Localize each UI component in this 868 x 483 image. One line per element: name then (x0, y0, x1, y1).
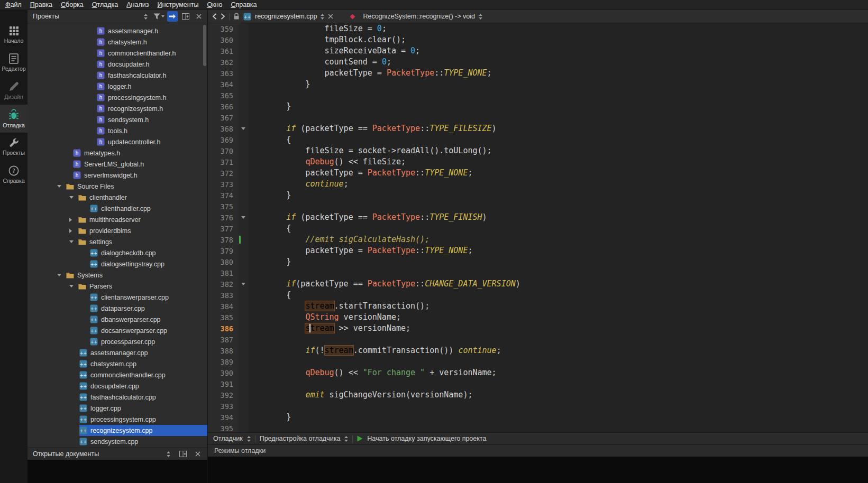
tree-item-ServerLMS_global.h[interactable]: hServerLMS_global.h (28, 159, 207, 170)
tree-item-Parsers[interactable]: Parsers (28, 281, 207, 292)
current-symbol[interactable]: RecognizeSystem::recognize() -> void (363, 13, 475, 20)
code-line-376[interactable]: 376 if (packetType == PacketType::TYPE_F… (208, 212, 868, 223)
tree-item-processingsystem.cpp[interactable]: ++processingsystem.cpp (28, 414, 207, 425)
code-line-364[interactable]: 364 } (208, 79, 868, 90)
line-number[interactable]: 382 (208, 280, 239, 289)
menu-item-Справка[interactable]: Справка (226, 0, 261, 10)
menu-item-Окно[interactable]: Окно (203, 0, 226, 10)
code-line-395[interactable]: 395 (208, 423, 868, 432)
line-number[interactable]: 361 (208, 47, 239, 55)
tree-item-dialogsettingstray.cpp[interactable]: ++dialogsettingstray.cpp (28, 258, 207, 270)
code-line-386[interactable]: 386 stream >> versionName; (208, 323, 868, 334)
code-line-377[interactable]: 377 { (208, 223, 868, 234)
code-line-384[interactable]: 384 stream.startTransaction(); (208, 301, 868, 312)
expand-arrow-icon[interactable] (69, 240, 75, 243)
tree-item-serverlmswidget.h[interactable]: hserverlmswidget.h (28, 170, 207, 181)
line-number[interactable]: 386 (208, 324, 239, 333)
code-line-375[interactable]: 375 (208, 201, 868, 212)
line-number[interactable]: 383 (208, 291, 239, 300)
panel-selector-updown-icon[interactable] (140, 11, 151, 22)
tree-item-clienthandler[interactable]: clienthandler (28, 192, 207, 203)
line-number[interactable]: 370 (208, 147, 239, 155)
tree-scrollbar-thumb[interactable] (203, 25, 206, 66)
code-line-369[interactable]: 369 { (208, 134, 868, 145)
line-number[interactable]: 392 (208, 391, 239, 400)
code-line-372[interactable]: 372 packetType = PacketType::TYPE_NONE; (208, 168, 868, 179)
code-line-373[interactable]: 373 continue; (208, 179, 868, 190)
fold-margin[interactable] (239, 278, 248, 290)
tree-item-clienthandler.cpp[interactable]: ++clienthandler.cpp (28, 203, 207, 214)
tree-item-fasthashcalculator.h[interactable]: hfasthashcalculator.h (28, 70, 207, 81)
line-number[interactable]: 366 (208, 103, 239, 111)
tree-item-commonclienthandler.cpp[interactable]: ++commonclienthandler.cpp (28, 369, 207, 380)
line-number[interactable]: 393 (208, 402, 239, 411)
tree-item-settings[interactable]: settings (28, 236, 207, 247)
expand-arrow-icon[interactable] (69, 229, 75, 233)
menu-item-Анализ[interactable]: Анализ (122, 0, 153, 10)
fold-arrow-icon[interactable] (241, 127, 245, 130)
docs-selector-updown-icon[interactable] (163, 449, 173, 459)
code-editor[interactable]: 359 fileSize = 0;360 tmpBlock.clear();36… (208, 23, 868, 432)
line-number[interactable]: 367 (208, 114, 239, 122)
tree-item-sendsystem.h[interactable]: hsendsystem.h (28, 114, 207, 125)
lock-icon[interactable] (233, 13, 240, 20)
close-panel-icon[interactable] (194, 11, 204, 22)
line-number[interactable]: 365 (208, 91, 239, 100)
open-file-name[interactable]: recognizesystem.cpp (255, 13, 317, 20)
line-number[interactable]: 375 (208, 202, 239, 211)
menu-item-Отладка[interactable]: Отладка (88, 0, 122, 10)
start-debug-icon[interactable] (357, 435, 363, 442)
mode-edit[interactable]: Редактор (0, 49, 28, 77)
sync-with-editor-icon[interactable] (167, 11, 178, 22)
code-line-393[interactable]: 393 (208, 401, 868, 412)
forward-button[interactable] (221, 13, 225, 20)
code-line-366[interactable]: 366 } (208, 101, 868, 112)
code-line-389[interactable]: 389 (208, 356, 868, 367)
code-line-359[interactable]: 359 fileSize = 0; (208, 23, 868, 34)
code-line-382[interactable]: 382 if(packetType == PacketType::CHANGE_… (208, 278, 868, 290)
tree-item-dbanswerparser.cpp[interactable]: ++dbanswerparser.cpp (28, 314, 207, 325)
line-number[interactable]: 373 (208, 180, 239, 189)
line-number[interactable]: 374 (208, 191, 239, 200)
line-number[interactable]: 368 (208, 125, 239, 133)
debugger-select[interactable]: Отладчик (213, 435, 243, 442)
code-line-367[interactable]: 367 (208, 112, 868, 123)
tree-item-recognizesystem.h[interactable]: hrecognizesystem.h (28, 103, 207, 114)
line-number[interactable]: 385 (208, 313, 239, 322)
menu-item-Инструменты[interactable]: Инструменты (153, 0, 203, 10)
line-number[interactable]: 378 (208, 236, 239, 244)
docs-split-icon[interactable] (178, 449, 188, 459)
code-line-390[interactable]: 390 qDebug() << "For change " + versionN… (208, 367, 868, 378)
code-line-388[interactable]: 388 if(!stream.commitTransaction()) cont… (208, 345, 868, 356)
tree-item-sendsystem.cpp[interactable]: ++sendsystem.cpp (28, 436, 207, 447)
back-button[interactable] (212, 13, 217, 20)
line-number[interactable]: 363 (208, 69, 239, 78)
line-number[interactable]: 376 (208, 213, 239, 222)
tree-item-chatsystem.cpp[interactable]: ++chatsystem.cpp (28, 358, 207, 369)
menu-item-Сборка[interactable]: Сборка (57, 0, 88, 10)
line-number[interactable]: 391 (208, 380, 239, 388)
mode-debug[interactable]: Отладка (0, 105, 28, 133)
line-number[interactable]: 388 (208, 347, 239, 355)
line-number[interactable]: 389 (208, 358, 239, 366)
tree-item-Systems[interactable]: Systems (28, 270, 207, 281)
expand-arrow-icon[interactable] (57, 185, 63, 188)
tree-item-commonclienthandler.h[interactable]: hcommonclienthandler.h (28, 48, 207, 59)
tree-item-multithreadserver[interactable]: multithreadserver (28, 214, 207, 225)
tree-item-dataparser.cpp[interactable]: ++dataparser.cpp (28, 303, 207, 314)
line-number[interactable]: 360 (208, 36, 239, 44)
code-line-361[interactable]: 361 sizeReceiveData = 0; (208, 45, 868, 57)
code-line-370[interactable]: 370 fileSize = socket->readAll().toULong… (208, 145, 868, 156)
tree-item-logger.cpp[interactable]: ++logger.cpp (28, 403, 207, 414)
tree-item-chatsystem.h[interactable]: hchatsystem.h (28, 36, 207, 48)
expand-arrow-icon[interactable] (69, 218, 75, 222)
line-number[interactable]: 387 (208, 336, 239, 344)
symbol-selector-updown-icon[interactable] (479, 14, 482, 20)
line-number[interactable]: 369 (208, 136, 239, 144)
fold-margin[interactable] (239, 123, 248, 134)
debugger-updown-icon[interactable] (247, 436, 251, 442)
tree-item-metatypes.h[interactable]: hmetatypes.h (28, 147, 207, 159)
code-line-381[interactable]: 381 (208, 267, 868, 278)
code-line-378[interactable]: 378 //emit sigCalculateHash(); (208, 234, 868, 245)
line-number[interactable]: 379 (208, 247, 239, 255)
